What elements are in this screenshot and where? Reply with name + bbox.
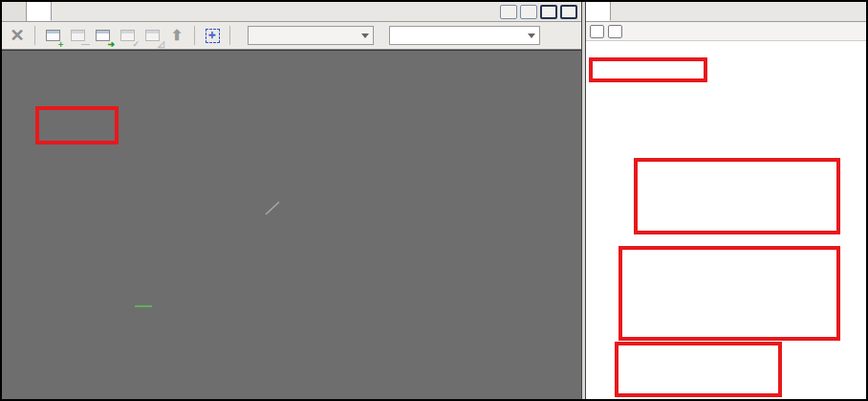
tab-project-graph[interactable] bbox=[27, 2, 52, 21]
toolbar-separator bbox=[34, 26, 35, 45]
remove-window-icon: — bbox=[68, 26, 87, 45]
apply-window-icon: ✓ bbox=[118, 26, 137, 45]
annotation-box-system bbox=[35, 106, 119, 145]
project-graph-canvas[interactable] bbox=[2, 50, 581, 399]
connector-lines bbox=[2, 51, 581, 399]
tree-toolbar bbox=[586, 22, 866, 41]
configuration-tree bbox=[586, 41, 866, 399]
configuration-tab-bar bbox=[586, 2, 866, 22]
annotation-box-upll bbox=[634, 158, 840, 234]
expand-all-button[interactable] bbox=[608, 25, 622, 38]
new-window-icon[interactable]: ＋ bbox=[43, 26, 62, 45]
chevron-down-icon bbox=[361, 33, 369, 38]
scroll-right-icon[interactable] bbox=[520, 5, 537, 19]
annotation-box-clock-pmc bbox=[589, 57, 707, 82]
application-window: ✕ ＋ — ➜ ✓ ◿ ⬆ ✛ bbox=[0, 0, 868, 401]
edit-window-icon: ◿ bbox=[142, 26, 162, 45]
editor-tab-bar bbox=[2, 2, 581, 22]
annotation-box-peripheral-clocks bbox=[615, 342, 782, 397]
collapse-all-button[interactable] bbox=[590, 25, 604, 38]
fit-view-icon[interactable]: ✛ bbox=[203, 26, 222, 45]
tab-start-page[interactable] bbox=[2, 2, 27, 21]
plugins-combobox[interactable] bbox=[248, 26, 374, 45]
annotation-box-usb bbox=[618, 246, 840, 341]
maximize-icon[interactable] bbox=[560, 5, 577, 19]
view-combobox[interactable] bbox=[389, 26, 540, 45]
toolbar-separator bbox=[194, 26, 195, 45]
configuration-panel bbox=[586, 2, 866, 399]
import-window-icon[interactable]: ➜ bbox=[93, 26, 112, 45]
document-list-icon[interactable] bbox=[540, 5, 557, 19]
chevron-down-icon bbox=[528, 33, 535, 38]
tab-configuration-options[interactable] bbox=[586, 2, 611, 21]
up-arrow-icon[interactable]: ⬆ bbox=[167, 26, 186, 45]
toolbar-separator bbox=[229, 26, 230, 45]
editor-panel: ✕ ＋ — ➜ ✓ ◿ ⬆ ✛ bbox=[2, 2, 581, 399]
graph-toolbar: ✕ ＋ — ➜ ✓ ◿ ⬆ ✛ bbox=[2, 22, 581, 50]
scroll-left-icon[interactable] bbox=[500, 5, 517, 19]
close-icon[interactable]: ✕ bbox=[8, 26, 27, 45]
tab-controls bbox=[500, 2, 581, 21]
